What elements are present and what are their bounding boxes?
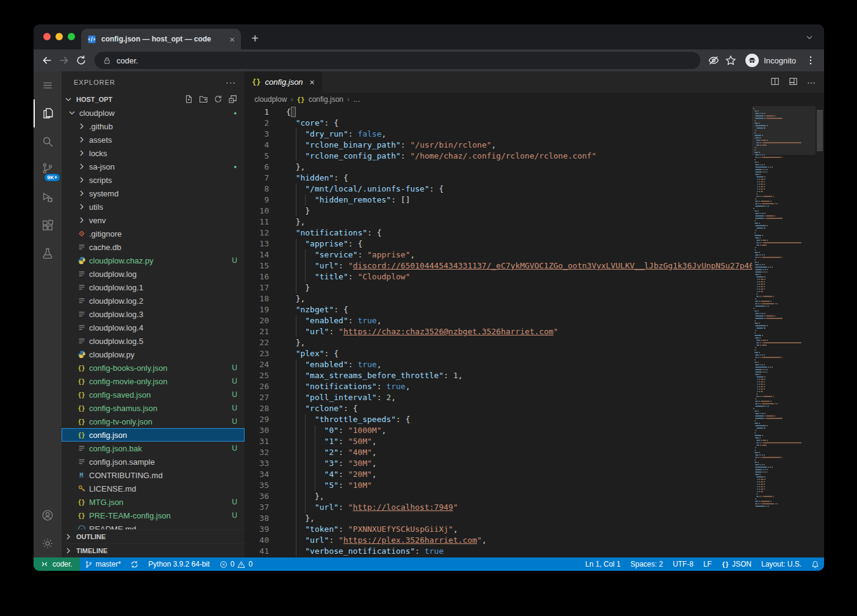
reload-button[interactable]: [73, 52, 90, 69]
application-menu-icon[interactable]: [34, 71, 62, 99]
code-line-20[interactable]: 20"enabled": true,: [245, 315, 752, 326]
code-line-4[interactable]: 4"rclone_binary_path": "/usr/bin/rclone"…: [245, 140, 752, 151]
code-line-18[interactable]: 18},: [245, 293, 752, 304]
code-line-11[interactable]: 11},: [245, 217, 752, 227]
code-line-5[interactable]: 5"rclone_config_path": "/home/chaz/.conf…: [245, 151, 752, 162]
tree-file-cache.db[interactable]: cache.db: [62, 240, 245, 254]
tree-folder-sa-json[interactable]: sa-json●: [62, 160, 245, 173]
tree-file-cloudplow.log.5[interactable]: cloudplow.log.5: [62, 334, 245, 348]
code-line-8[interactable]: 8"/mnt/local/.unionfs-fuse": {: [245, 184, 752, 195]
toggle-layout-icon[interactable]: [789, 77, 798, 88]
code-line-39[interactable]: 39"token": "PXNNXUEfYSCkUspGiiXj",: [245, 524, 752, 535]
tab-search-chevron-icon[interactable]: [805, 32, 814, 45]
account-icon[interactable]: [34, 501, 62, 529]
outline-section[interactable]: OUTLINE: [62, 529, 245, 543]
sync-button[interactable]: [126, 557, 143, 571]
close-window-button[interactable]: [43, 33, 51, 40]
tree-folder-scripts[interactable]: scripts: [62, 173, 245, 187]
bookmark-star-icon[interactable]: [722, 52, 739, 69]
address-bar[interactable]: coder.: [95, 52, 700, 69]
tree-file-cloudplow.log.3[interactable]: cloudplow.log.3: [62, 307, 245, 321]
tab-close-icon[interactable]: ×: [229, 35, 235, 44]
workspace-section-header[interactable]: HOST_OPT: [62, 93, 245, 106]
code-line-10[interactable]: 10}: [245, 206, 752, 217]
code-line-22[interactable]: 22},: [245, 337, 752, 348]
code-line-40[interactable]: 40"url": "https://plex.3526harriet.com",: [245, 535, 752, 546]
tree-folder-assets[interactable]: assets: [62, 133, 245, 146]
code-line-15[interactable]: 15"url": "discord://650104445434331137/_…: [245, 260, 752, 271]
scrollbar-thumb[interactable]: [817, 110, 823, 151]
python-interpreter-indicator[interactable]: Python 3.9.2 64-bit: [143, 557, 215, 571]
keyboard-layout-indicator[interactable]: Layout: U.S.: [756, 557, 806, 571]
tree-file-config-books-only.json[interactable]: {}config-books-only.jsonU: [62, 361, 245, 374]
code-line-29[interactable]: 29"throttle_speeds": {: [245, 414, 752, 425]
indentation-indicator[interactable]: Spaces: 2: [626, 557, 668, 571]
tree-file-.gitignore[interactable]: .gitignore: [62, 227, 245, 240]
tree-file-config.json.bak[interactable]: config.json.bakU: [62, 442, 245, 455]
tree-file-cloudplow.log.1[interactable]: cloudplow.log.1: [62, 281, 245, 294]
code-line-35[interactable]: 35"5": "10M": [245, 480, 752, 491]
tree-file-mtg.json[interactable]: {}MTG.jsonU: [62, 495, 245, 509]
close-editor-icon[interactable]: ×: [310, 77, 315, 87]
zoom-window-button[interactable]: [68, 33, 75, 40]
code-line-37[interactable]: 37"url": "http://localhost:7949": [245, 502, 752, 513]
tree-folder-utils[interactable]: utils: [62, 200, 245, 213]
tree-file-cloudplow.py[interactable]: cloudplow.py: [62, 348, 245, 361]
tree-file-config.json[interactable]: {}config.json: [62, 428, 245, 442]
code-line-33[interactable]: 33"3": "30M",: [245, 458, 752, 469]
cursor-position-indicator[interactable]: Ln 1, Col 1: [580, 557, 625, 571]
language-mode-indicator[interactable]: {} JSON: [717, 557, 756, 571]
code-line-17[interactable]: 17}: [245, 282, 752, 293]
breadcrumb-more[interactable]: …: [353, 95, 360, 104]
timeline-section[interactable]: TIMELINE: [62, 543, 245, 557]
code-line-25[interactable]: 25"max_streams_before_throttle": 1,: [245, 370, 752, 381]
code-line-31[interactable]: 31"1": "50M",: [245, 436, 752, 447]
encoding-indicator[interactable]: UTF-8: [668, 557, 698, 571]
breadcrumb-file[interactable]: config.json: [309, 95, 343, 104]
refresh-explorer-icon[interactable]: [213, 95, 223, 105]
tree-file-cloudplow.log.4[interactable]: cloudplow.log.4: [62, 321, 245, 334]
tree-file-config-tv-only.json[interactable]: {}config-tv-only.jsonU: [62, 415, 245, 428]
run-debug-icon[interactable]: [34, 184, 62, 212]
minimize-window-button[interactable]: [56, 33, 63, 40]
tree-file-cloudplow.log[interactable]: cloudplow.log: [62, 267, 245, 281]
testing-icon[interactable]: [34, 240, 62, 268]
breadcrumb-folder[interactable]: cloudplow: [254, 95, 287, 104]
code-line-6[interactable]: 6},: [245, 162, 752, 173]
code-line-9[interactable]: 9"hidden_remotes": []: [245, 195, 752, 206]
code-line-3[interactable]: 3"dry_run": false,: [245, 129, 752, 140]
code-line-36[interactable]: 36},: [245, 491, 752, 502]
forward-button[interactable]: [56, 52, 73, 69]
new-folder-icon[interactable]: [199, 95, 208, 105]
settings-gear-icon[interactable]: [34, 529, 62, 557]
tree-file-contributing.md[interactable]: MCONTRIBUTING.md: [62, 468, 245, 482]
tree-file-cloudplow.log.2[interactable]: cloudplow.log.2: [62, 294, 245, 307]
code-line-28[interactable]: 28"rclone": {: [245, 403, 752, 414]
tree-file-cloudplow.chaz.py[interactable]: cloudplow.chaz.pyU: [62, 254, 245, 267]
tree-file-config-saved.json[interactable]: {}config-saved.jsonU: [62, 388, 245, 401]
code-line-7[interactable]: 7"hidden": {: [245, 173, 752, 184]
code-line-27[interactable]: 27"poll_interval": 2,: [245, 392, 752, 403]
browser-menu-icon[interactable]: [802, 52, 819, 69]
editor-tab-config-json[interactable]: {} config.json ×: [245, 71, 322, 93]
source-control-icon[interactable]: 9K+: [34, 156, 62, 184]
tree-folder-cloudplow[interactable]: cloudplow●: [62, 106, 245, 120]
code-line-2[interactable]: 2"core": {: [245, 118, 752, 129]
code-line-34[interactable]: 34"4": "20M",: [245, 469, 752, 480]
code-editor[interactable]: 1{2"core": {3"dry_run": false,4"rclone_b…: [245, 106, 752, 557]
eye-off-icon[interactable]: [705, 52, 722, 69]
code-line-12[interactable]: 12"notifications": {: [245, 227, 752, 238]
eol-indicator[interactable]: LF: [698, 557, 717, 571]
back-button[interactable]: [38, 52, 56, 69]
code-line-24[interactable]: 24"enabled": true,: [245, 359, 752, 370]
tree-file-config-movie-only.json[interactable]: {}config-movie-only.jsonU: [62, 374, 245, 388]
code-line-21[interactable]: 21"url": "https://chaz:chaz3526@nzbget.3…: [245, 326, 752, 337]
editor-scrollbar[interactable]: [816, 106, 824, 557]
new-tab-button[interactable]: +: [247, 30, 263, 46]
search-icon[interactable]: [34, 127, 62, 156]
code-line-19[interactable]: 19"nzbget": {: [245, 304, 752, 315]
code-line-26[interactable]: 26"notifications": true,: [245, 381, 752, 392]
collapse-folders-icon[interactable]: [228, 95, 237, 105]
tree-file-config-shamus.json[interactable]: {}config-shamus.jsonU: [62, 401, 245, 415]
minimap[interactable]: [752, 106, 816, 557]
